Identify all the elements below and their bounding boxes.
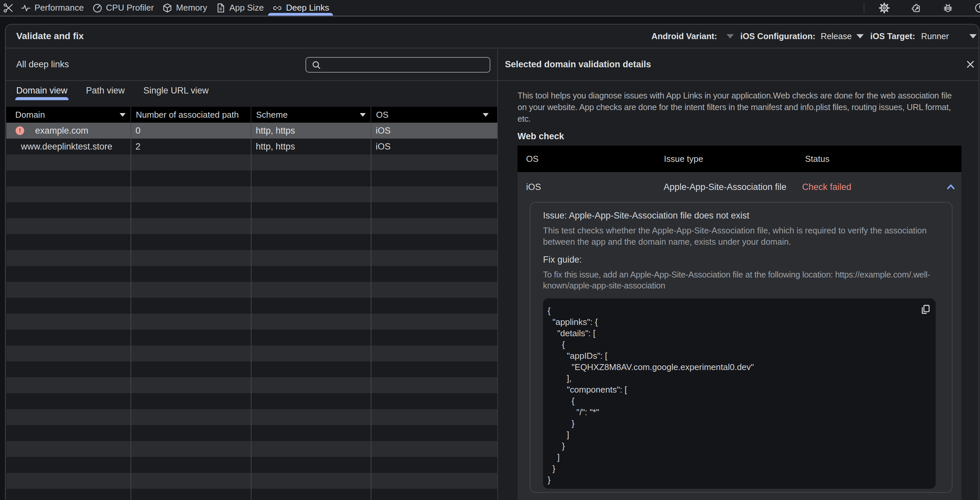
all-deep-links-title: All deep links [16,48,69,80]
view-tabs: Domain view Path view Single URL view [6,81,497,100]
active-tab-underline [268,13,333,16]
scheme-cell: http, https [251,139,371,155]
tab-single-url-view[interactable]: Single URL view [143,81,209,100]
scheme-cell: http, https [251,123,371,139]
cpu-profiler-icon [92,3,103,13]
tab-performance[interactable]: Performance [21,0,84,16]
domain-cell: www.deeplinktest.store [6,139,131,155]
plugin-icon[interactable] [910,2,922,14]
empty-row [6,409,497,425]
tab-domain-view[interactable]: Domain view [16,81,68,100]
empty-row [6,266,497,282]
bug-icon[interactable] [942,2,953,14]
paths-cell: 2 [131,139,251,155]
tab-deep-links[interactable]: Deep Links [272,0,329,16]
empty-row [6,345,497,361]
tab-memory[interactable]: Memory [162,0,207,16]
empty-row [6,425,497,441]
table-row[interactable]: www.deeplinktest.store2http, httpsiOS [6,139,497,155]
memory-icon [162,3,173,13]
web-check-table: OS Issue type Status iOS Apple-App-Site-… [517,145,961,500]
fix-guide-label: Fix guide: [543,255,937,265]
issue-title: Issue: Apple-App-Site-Association file d… [543,211,937,221]
tab-cpu-profiler[interactable]: CPU Profiler [92,0,154,16]
issue-box: Issue: Apple-App-Site-Association file d… [530,202,953,493]
ios-target-label: iOS Target: [870,32,915,41]
table-header: Domain Number of associated path Scheme … [6,107,497,123]
ios-target-value: Runner [921,32,949,41]
web-check-label: Web check [517,131,961,142]
empty-row [6,218,497,234]
deep-links-tool-window: Performance CPU Profiler Memory App Size… [0,0,980,500]
column-header-os[interactable]: OS [371,107,497,123]
wc-column-status: Status [796,154,961,164]
tab-path-view[interactable]: Path view [86,81,125,100]
ios-configuration-label: iOS Configuration: [740,32,816,41]
empty-row [6,457,497,473]
panel-header: Validate and fix Android Variant: iOS Co… [6,24,979,48]
os-cell: iOS [371,123,497,139]
empty-row [6,361,497,377]
ios-target-dropdown[interactable] [969,34,977,38]
tab-app-size[interactable]: App Size [215,0,264,16]
sort-arrow-icon[interactable] [483,113,489,117]
table-row[interactable]: !example.com0http, httpsiOS [6,123,497,139]
wc-row-issue-type: Apple-App-Site-Association file [655,182,796,192]
sort-arrow-icon[interactable] [119,113,126,117]
empty-row [6,282,497,298]
performance-icon [21,3,31,13]
search-input[interactable] [305,57,490,73]
column-header-domain[interactable]: Domain [6,107,131,123]
empty-row [6,202,497,218]
column-header-scheme[interactable]: Scheme [251,107,371,123]
wc-column-os: OS [517,154,655,164]
code-json: { "applinks": { "details": [ { "appIDs":… [548,305,929,486]
details-pane: Selected domain validation details This … [498,48,979,500]
empty-row [6,393,497,409]
tab-label: Domain view [16,86,68,96]
top-toolbar: Performance CPU Profiler Memory App Size… [0,0,980,17]
toolbar-right-actions [864,2,980,14]
error-icon: ! [16,126,24,135]
empty-row [6,298,497,314]
toolbar-separator [864,3,864,13]
copy-icon[interactable] [920,304,931,315]
deep-links-icon [272,3,283,13]
deep-links-table: Domain Number of associated path Scheme … [6,107,497,500]
settings-gear-icon[interactable] [879,2,890,14]
column-header-paths[interactable]: Number of associated path [131,107,251,123]
tab-label: Single URL view [143,86,209,96]
ios-configuration-dropdown[interactable] [856,34,864,38]
search-icon [312,60,321,70]
details-title: Selected domain validation details [505,59,651,70]
os-cell: iOS [371,139,497,155]
scissors-icon[interactable] [3,2,14,14]
paths-cell: 0 [131,123,251,139]
empty-row [6,186,497,202]
tab-label: Memory [176,3,207,13]
chevron-up-icon[interactable] [945,181,957,193]
wc-row-status: Check failed [802,182,851,192]
clock-icon[interactable] [974,2,980,14]
close-icon[interactable] [963,57,978,72]
tab-label: App Size [229,3,264,13]
deep-links-table-body: !example.com0http, httpsiOSwww.deeplinkt… [6,123,497,500]
wc-column-issue-type: Issue type [655,154,796,164]
android-variant-label: Android Variant: [651,32,717,41]
validate-and-fix-panel: Validate and fix Android Variant: iOS Co… [5,24,979,500]
panel-title: Validate and fix [16,31,84,42]
wc-row-os: iOS [517,182,655,192]
left-pane: All deep links Domain view Path view Sin… [6,48,497,500]
fix-guide-text: To fix this issue, add an Apple-App-Site… [543,269,937,291]
web-check-body: iOS Apple-App-Site-Association file Chec… [517,172,961,500]
sort-arrow-icon[interactable] [360,113,366,117]
empty-row [6,489,497,500]
empty-row [6,155,497,171]
empty-row [6,314,497,329]
web-check-row[interactable]: iOS Apple-App-Site-Association file Chec… [517,172,961,202]
app-size-icon [215,3,226,13]
empty-row [6,171,497,186]
ios-configuration-value: Release [821,32,852,41]
android-variant-dropdown[interactable] [727,34,734,38]
empty-row [6,250,497,266]
